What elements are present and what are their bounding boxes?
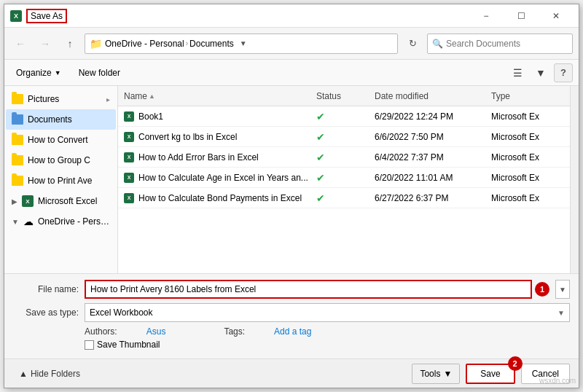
filename-row: File name: 1 ▼	[13, 280, 570, 299]
file-date-cell: 6/4/2022 7:37 PM	[375, 152, 491, 162]
file-type-cell: Microsoft Ex	[491, 173, 564, 183]
scrollbar[interactable]	[570, 86, 579, 273]
main-content: Pictures ▸ Documents How to Convert How …	[4, 86, 579, 273]
minimize-button[interactable]: −	[469, 7, 503, 26]
header-name[interactable]: Name ▲	[124, 91, 316, 101]
sidebar-item-onedrive[interactable]: ▼ ☁ OneDrive - Person	[6, 211, 116, 232]
table-row[interactable]: X Convert kg to lbs in Excel ✔ 6/6/2022 …	[118, 127, 570, 147]
filetype-row: Save as type: Excel Workbook ▼	[13, 303, 570, 322]
file-name: How to Calculate Age in Excel in Years a…	[138, 173, 308, 183]
documents-folder-icon	[12, 114, 23, 125]
status-synced-icon: ✔	[316, 111, 325, 122]
file-name-cell: X Convert kg to lbs in Excel	[124, 132, 316, 142]
path-sep1: ›	[186, 39, 188, 47]
toolbar-right: ☰ ▼ ?	[507, 63, 573, 82]
sidebar-item-how-to-convert[interactable]: How to Convert	[6, 130, 116, 150]
save-button-container: Save 2	[466, 364, 514, 384]
file-date-cell: 6/6/2022 7:50 PM	[375, 132, 491, 142]
file-status-cell: ✔	[316, 192, 375, 204]
tools-dropdown-icon: ▼	[443, 369, 452, 379]
new-folder-label: New folder	[79, 68, 120, 78]
file-name-cell: X Book1	[124, 111, 316, 122]
save-button[interactable]: Save	[466, 364, 514, 384]
file-type-cell: Microsoft Ex	[491, 152, 564, 162]
table-row[interactable]: X How to Calculate Bond Payments in Exce…	[118, 188, 570, 208]
sidebar-item-documents-label: Documents	[28, 114, 72, 125]
addressbar: ← → ↑ 📁 OneDrive - Personal › Documents …	[4, 28, 579, 60]
sidebar-item-how-to-group[interactable]: How to Group C	[6, 150, 116, 170]
table-row[interactable]: X Book1 ✔ 6/29/2022 12:24 PM Microsoft E…	[118, 106, 570, 127]
organize-button[interactable]: Organize ▼	[10, 63, 67, 82]
hide-folders-button[interactable]: ▲ Hide Folders	[13, 364, 86, 384]
file-area: Name ▲ Status Date modified Type	[118, 86, 570, 273]
up-button[interactable]: ↑	[60, 34, 80, 54]
back-button[interactable]: ←	[10, 34, 31, 54]
file-excel-icon: X	[124, 111, 134, 122]
filename-label: File name:	[13, 284, 79, 294]
hide-folders-label: Hide Folders	[31, 369, 80, 379]
filetype-label: Save as type:	[13, 307, 79, 318]
thumbnail-label: Save Thumbnail	[97, 340, 160, 350]
path-part1: OneDrive - Personal	[105, 39, 184, 49]
path-dropdown-button[interactable]: ▼	[240, 39, 247, 47]
sidebar-item-pictures[interactable]: Pictures ▸	[6, 89, 116, 109]
sidebar-item-how-to-print[interactable]: How to Print Ave	[6, 170, 116, 191]
file-date: 6/20/2022 11:01 AM	[375, 173, 453, 183]
watermark: wsxdn.com	[539, 377, 576, 385]
filetype-value: Excel Workbook	[90, 307, 152, 318]
view-list-button[interactable]: ☰	[507, 63, 528, 82]
path-parts: OneDrive - Personal › Documents	[105, 39, 234, 49]
bottom-form: File name: 1 ▼ Save as type: Excel Workb…	[4, 273, 579, 358]
filetype-select[interactable]: Excel Workbook ▼	[85, 303, 570, 322]
search-input[interactable]	[446, 39, 568, 49]
pin-icon: ▸	[106, 95, 110, 103]
file-name: Book1	[138, 111, 163, 122]
titlebar-controls: − ☐ ✕	[469, 7, 573, 26]
header-type[interactable]: Type	[491, 91, 564, 101]
sidebar-item-pictures-label: Pictures	[28, 94, 59, 104]
titlebar: X Save As − ☐ ✕	[4, 4, 579, 28]
filename-dropdown-button[interactable]: ▼	[555, 280, 570, 299]
header-date[interactable]: Date modified	[375, 91, 491, 101]
convert-folder-icon	[12, 135, 23, 145]
file-type-cell: Microsoft Ex	[491, 193, 564, 203]
filename-input-container: 1 ▼	[85, 280, 570, 299]
view-dropdown-button[interactable]: ▼	[531, 63, 551, 82]
button-row: ▲ Hide Folders Tools ▼ Save 2 Cancel	[4, 358, 579, 388]
organize-dropdown-icon: ▼	[55, 69, 61, 77]
authors-value[interactable]: Asus	[146, 326, 166, 337]
close-button[interactable]: ✕	[539, 7, 573, 26]
file-status-cell: ✔	[316, 152, 375, 163]
file-excel-icon: X	[124, 152, 134, 162]
file-excel-icon: X	[124, 173, 134, 183]
file-date: 6/4/2022 7:37 PM	[375, 152, 444, 162]
excel-expand-icon: ▶	[12, 197, 17, 205]
organize-label: Organize	[16, 68, 52, 78]
file-date-cell: 6/27/2022 6:37 PM	[375, 193, 491, 203]
excel-title-icon: X	[10, 10, 22, 22]
sidebar-item-documents[interactable]: Documents	[6, 109, 116, 130]
file-name-cell: X How to Calculate Age in Excel in Years…	[124, 173, 316, 183]
tags-value[interactable]: Add a tag	[274, 326, 311, 337]
path-bar[interactable]: 📁 OneDrive - Personal › Documents ▼	[85, 34, 398, 54]
excel-icon: X	[22, 195, 34, 207]
table-row[interactable]: X How to Calculate Age in Excel in Years…	[118, 168, 570, 188]
file-type-cell: Microsoft Ex	[491, 111, 564, 122]
refresh-button[interactable]: ↻	[402, 34, 423, 54]
sidebar-item-onedrive-label: OneDrive - Person	[38, 216, 110, 227]
header-status[interactable]: Status	[316, 91, 375, 101]
table-row[interactable]: X How to Add Error Bars in Excel ✔ 6/4/2…	[118, 147, 570, 168]
status-synced-icon: ✔	[316, 172, 325, 184]
sidebar-item-microsoft-excel[interactable]: ▶ X Microsoft Excel	[6, 191, 116, 211]
file-date: 6/29/2022 12:24 PM	[375, 111, 453, 122]
help-button[interactable]: ?	[554, 63, 573, 82]
maximize-button[interactable]: ☐	[504, 7, 538, 26]
forward-button[interactable]: →	[35, 34, 55, 54]
search-bar: 🔍	[427, 34, 573, 54]
thumbnail-checkbox[interactable]	[85, 340, 94, 350]
sidebar-item-excel-label: Microsoft Excel	[38, 196, 97, 206]
new-folder-button[interactable]: New folder	[73, 63, 126, 82]
filename-input[interactable]	[85, 280, 532, 299]
file-status-cell: ✔	[316, 111, 375, 122]
tools-button[interactable]: Tools ▼	[412, 364, 460, 384]
